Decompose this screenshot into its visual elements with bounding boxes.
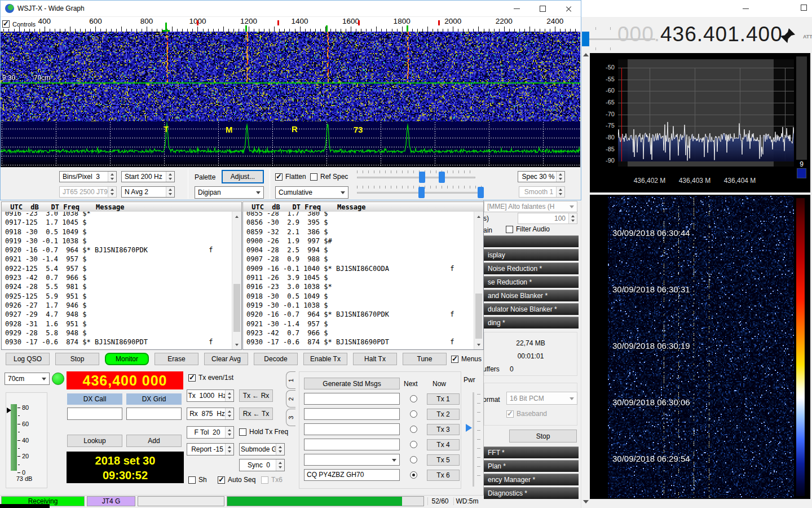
rx-from-tx-button[interactable]: Rx ← Tx bbox=[239, 408, 273, 420]
sdr-panel-button[interactable]: isplay bbox=[483, 249, 579, 261]
tab-2[interactable]: 2 bbox=[286, 390, 295, 408]
smooth-spinner[interactable]: Smooth 1 bbox=[519, 186, 565, 198]
tx-next-radio-6[interactable] bbox=[410, 471, 417, 479]
decode-row[interactable]: 0926 -27 1.7 946 $ bbox=[2, 301, 241, 310]
decode-row[interactable]: 0927 -29 4.7 948 $ bbox=[2, 310, 241, 319]
auto-seq-checkbox[interactable]: Auto Seq bbox=[218, 476, 255, 484]
sdr-minimize-button[interactable] bbox=[743, 8, 749, 9]
maximize-button[interactable] bbox=[529, 1, 555, 17]
scrollbar[interactable] bbox=[232, 212, 241, 349]
tx-freq-spinner[interactable]: Tx 1000 Hz bbox=[187, 389, 234, 402]
bins-pixel-spinner[interactable]: Bins/Pixel 3 bbox=[59, 171, 117, 182]
tx-now-button-6[interactable]: Tx 6 bbox=[427, 470, 460, 481]
minimize-button[interactable] bbox=[504, 1, 529, 17]
sdr-panel-button[interactable]: se Reduction * bbox=[483, 276, 579, 288]
decode-row[interactable]: 0921 -30 -1.4 957 $ bbox=[2, 255, 241, 264]
submode-spinner[interactable]: Submode G bbox=[239, 443, 285, 456]
decode-row[interactable]: 0928 -31 1.6 951 $ bbox=[2, 319, 241, 329]
tx-message-field-2[interactable] bbox=[304, 408, 400, 420]
decode-row[interactable]: 0916 -23 3.0 1038 $* bbox=[243, 282, 483, 291]
sdr-panel-button[interactable]: and Noise Blanker * bbox=[483, 290, 579, 301]
enable-tx-button[interactable]: Enable Tx bbox=[303, 353, 347, 365]
decode-button[interactable]: Decode bbox=[254, 353, 298, 365]
palette-combo[interactable]: Digipan bbox=[195, 186, 264, 199]
spinner-arrows[interactable] bbox=[556, 172, 564, 182]
spinner-arrows[interactable] bbox=[225, 444, 233, 455]
jt65-split-spinner[interactable]: JT65 2500 JT9 bbox=[59, 186, 117, 198]
log-qso-button[interactable]: Log QSO bbox=[6, 353, 50, 365]
dx-call-input[interactable] bbox=[67, 408, 122, 420]
spinner-arrows[interactable] bbox=[556, 187, 564, 197]
slider-handle[interactable] bbox=[478, 187, 484, 198]
scroll-down-icon[interactable] bbox=[581, 497, 590, 506]
ftol-spinner[interactable]: F Tol 20 bbox=[187, 426, 234, 439]
slider-handle[interactable] bbox=[439, 172, 445, 183]
ref-spec-checkbox[interactable]: Ref Spec bbox=[310, 173, 348, 181]
sdr-panel-button[interactable]: dulator Noise Blanker * bbox=[483, 303, 579, 315]
sdr-frequency-display[interactable]: 000.436.401.400 bbox=[617, 23, 783, 46]
spinner-arrows[interactable] bbox=[108, 187, 116, 197]
close-button[interactable] bbox=[555, 1, 581, 17]
band-activity-panel[interactable]: 0916 -23 3.0 1038 $*0917-125 1.7 1045 $0… bbox=[1, 212, 242, 350]
tx-message-field-1[interactable] bbox=[304, 393, 400, 405]
scrollbar-thumb[interactable] bbox=[475, 294, 482, 339]
decode-row[interactable]: 0925-125 5.9 951 $ bbox=[2, 292, 241, 301]
add-button[interactable]: Add bbox=[126, 435, 182, 447]
scroll-down-icon[interactable] bbox=[232, 340, 241, 349]
monitor-button[interactable]: Monitor bbox=[105, 353, 149, 365]
scroll-up-icon[interactable] bbox=[581, 50, 590, 59]
sdr-waterfall-canvas[interactable] bbox=[608, 196, 794, 498]
spinner-arrows[interactable] bbox=[568, 213, 577, 224]
decode-row[interactable]: 0920 -16 -0.7 964 $* BJ1SNI8670PDK f bbox=[2, 246, 241, 255]
tab-1[interactable]: 1 bbox=[286, 371, 295, 389]
lookup-button[interactable]: Lookup bbox=[67, 435, 122, 447]
tx-message-field-4[interactable] bbox=[304, 439, 400, 450]
tx-now-button-2[interactable]: Tx 2 bbox=[427, 409, 460, 420]
decode-row[interactable]: 0900 -26 1.9 997 $# bbox=[243, 237, 483, 246]
stop-button[interactable]: Stop bbox=[55, 353, 99, 365]
decode-row[interactable]: 0930 -17 -0.6 874 $* BJ1SNI8690PDT f bbox=[2, 338, 241, 347]
sdr-panel-button[interactable]: Plan * bbox=[483, 460, 579, 472]
decode-row[interactable]: 0855 -28 1.7 380 $ bbox=[243, 212, 483, 218]
tx-now-button-3[interactable]: Tx 3 bbox=[427, 424, 460, 435]
sdr-panel-button[interactable]: ding * bbox=[483, 317, 579, 329]
rx-freq-spinner[interactable]: Rx 875 Hz bbox=[187, 408, 234, 420]
sdr-panel-button[interactable]: Noise Reduction * bbox=[483, 262, 579, 274]
scrollbar-thumb[interactable] bbox=[233, 284, 240, 332]
spinner-arrows[interactable] bbox=[225, 390, 233, 401]
erase-button[interactable]: Erase bbox=[155, 353, 198, 365]
tune-slider-handle[interactable] bbox=[582, 32, 589, 46]
baseband-checkbox[interactable]: Baseband bbox=[506, 410, 547, 418]
scroll-up-icon[interactable] bbox=[232, 212, 241, 221]
n-avg-spinner[interactable]: N Avg 2 bbox=[121, 186, 175, 198]
spec-spinner[interactable]: Spec 30 % bbox=[518, 171, 565, 182]
decode-row[interactable]: 0930 -17 -0.6 874 $* BJ1SNI8690PDT f bbox=[243, 338, 483, 347]
sdr-maximize-button[interactable] bbox=[801, 5, 807, 11]
sdr-panel-button[interactable] bbox=[483, 235, 579, 247]
pwr-slider-track[interactable] bbox=[473, 392, 474, 487]
format-combo[interactable]: 16 Bit PCM bbox=[506, 392, 577, 405]
decode-row[interactable]: 0859 -32 2.1 386 $ bbox=[243, 227, 483, 237]
decode-row[interactable]: 0920 -16 -0.7 964 $* BJ1SNI8670PDK f bbox=[243, 310, 483, 319]
tx-next-radio-5[interactable] bbox=[410, 456, 417, 463]
decode-row[interactable]: 0922-125 5.4 957 $ bbox=[2, 264, 241, 273]
tx-now-button-4[interactable]: Tx 4 bbox=[427, 439, 460, 450]
band-select-combo[interactable]: 70cm bbox=[5, 373, 50, 385]
tx-even-checkbox[interactable]: Tx even/1st bbox=[188, 374, 233, 382]
spinner-arrows[interactable] bbox=[225, 427, 233, 438]
tx-next-radio-1[interactable] bbox=[410, 395, 417, 402]
tx-from-rx-button[interactable]: Tx ← Rx bbox=[239, 389, 273, 402]
stop-button[interactable]: Stop bbox=[509, 430, 577, 443]
gain-slider-row1[interactable] bbox=[357, 170, 475, 184]
decode-row[interactable]: 0919 -30 -0.1 1038 $ bbox=[243, 301, 483, 310]
decode-row[interactable]: 0929 -28 5.8 948 $ bbox=[2, 329, 241, 338]
pin-icon[interactable] bbox=[779, 27, 796, 46]
slider-handle[interactable] bbox=[418, 187, 425, 198]
generate-std-msgs-button[interactable]: Generate Std Msgs bbox=[304, 378, 400, 389]
filter-audio-checkbox[interactable]: Filter Audio bbox=[506, 225, 550, 233]
spinner-arrows[interactable] bbox=[225, 408, 233, 419]
tx-message-field-5[interactable] bbox=[304, 454, 400, 466]
decode-row[interactable]: 0918 -30 0.5 1049 $ bbox=[2, 227, 241, 237]
spinner-arrows[interactable] bbox=[276, 459, 284, 471]
rx-frequency-panel[interactable]: 0855 -28 1.7 380 $0856 -30 2.9 395 $0859… bbox=[242, 212, 484, 350]
